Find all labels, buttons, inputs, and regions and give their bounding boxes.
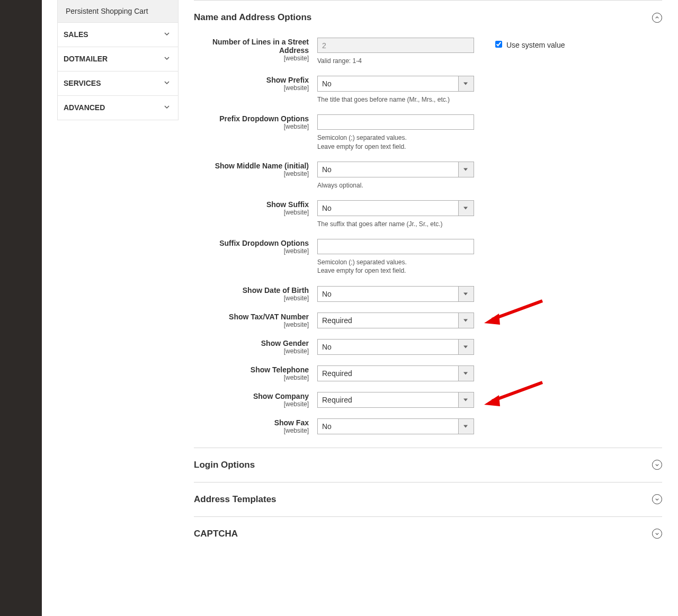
scope: [website] bbox=[194, 347, 309, 355]
sidebar-group-label: SALES bbox=[64, 30, 88, 39]
scope: [website] bbox=[194, 247, 309, 255]
chevron-down-icon bbox=[164, 55, 170, 63]
show-dob-select[interactable]: No bbox=[317, 286, 474, 302]
admin-rail bbox=[0, 0, 42, 616]
scope: [website] bbox=[194, 209, 309, 216]
section-address-templates[interactable]: Address Templates bbox=[194, 483, 662, 517]
help-text: Valid range: 1-4 bbox=[317, 53, 474, 65]
chevron-down-icon bbox=[164, 30, 170, 39]
sidebar-subitem-persistent-cart[interactable]: Persistent Shopping Cart bbox=[57, 0, 179, 23]
show-vat-select[interactable]: Required bbox=[317, 313, 474, 328]
show-gender-select[interactable]: No bbox=[317, 339, 474, 355]
sidebar-group-advanced[interactable]: ADVANCED bbox=[58, 96, 178, 120]
section-title: Address Templates bbox=[194, 494, 276, 505]
scope: [website] bbox=[194, 123, 309, 130]
use-system-value-label: Use system value bbox=[506, 41, 565, 49]
scope: [website] bbox=[194, 84, 309, 92]
label-show-middle: Show Middle Name (initial) bbox=[194, 162, 309, 170]
expand-icon bbox=[652, 529, 662, 539]
scope: [website] bbox=[194, 321, 309, 328]
section-title: Login Options bbox=[194, 460, 255, 470]
label-suffix-options: Suffix Dropdown Options bbox=[194, 239, 309, 247]
prefix-options-input[interactable] bbox=[317, 114, 474, 130]
sidebar-group-services[interactable]: SERVICES bbox=[58, 72, 178, 95]
scope: [website] bbox=[194, 374, 309, 381]
label-show-gender: Show Gender bbox=[194, 339, 309, 347]
show-suffix-select[interactable]: No bbox=[317, 200, 474, 216]
scope: [website] bbox=[194, 170, 309, 177]
label-prefix-options: Prefix Dropdown Options bbox=[194, 114, 309, 123]
collapse-icon bbox=[652, 13, 662, 23]
show-company-select[interactable]: Required bbox=[317, 392, 474, 408]
label-show-dob: Show Date of Birth bbox=[194, 286, 309, 294]
label-show-telephone: Show Telephone bbox=[194, 365, 309, 374]
sidebar-group-label: ADVANCED bbox=[64, 103, 105, 112]
label-show-suffix: Show Suffix bbox=[194, 200, 309, 209]
scope: [website] bbox=[194, 427, 309, 434]
section-title: Name and Address Options bbox=[194, 12, 311, 23]
section-title: CAPTCHA bbox=[194, 529, 238, 539]
scope: [website] bbox=[194, 400, 309, 408]
help-text: The suffix that goes after name (Jr., Sr… bbox=[317, 216, 474, 228]
sidebar-group-label: DOTMAILER bbox=[64, 55, 108, 63]
label-show-prefix: Show Prefix bbox=[194, 76, 309, 84]
sidebar-group-dotmailer[interactable]: DOTMAILER bbox=[58, 47, 178, 71]
show-fax-select[interactable]: No bbox=[317, 418, 474, 434]
chevron-down-icon bbox=[164, 103, 170, 112]
use-system-value-checkbox[interactable] bbox=[495, 41, 502, 48]
suffix-options-input[interactable] bbox=[317, 239, 474, 254]
label-num-lines: Number of Lines in a Street Address bbox=[194, 38, 309, 55]
help-text: The title that goes before name (Mr., Mr… bbox=[317, 92, 474, 104]
scope: [website] bbox=[194, 55, 309, 62]
sidebar-group-label: SERVICES bbox=[64, 79, 101, 87]
help-text: Semicolon (;) separated values. Leave em… bbox=[317, 254, 474, 275]
num-lines-input bbox=[317, 38, 474, 53]
expand-icon bbox=[652, 494, 662, 504]
show-telephone-select[interactable]: Required bbox=[317, 365, 474, 381]
label-show-fax: Show Fax bbox=[194, 418, 309, 427]
label-show-vat: Show Tax/VAT Number bbox=[194, 313, 309, 321]
scope: [website] bbox=[194, 294, 309, 302]
section-name-address[interactable]: Name and Address Options bbox=[194, 1, 662, 27]
expand-icon bbox=[652, 460, 662, 470]
help-text: Always optional. bbox=[317, 177, 474, 190]
section-captcha[interactable]: CAPTCHA bbox=[194, 517, 662, 551]
show-prefix-select[interactable]: No bbox=[317, 76, 474, 92]
help-text: Semicolon (;) separated values. Leave em… bbox=[317, 130, 474, 150]
chevron-down-icon bbox=[164, 79, 170, 87]
sidebar-group-sales[interactable]: SALES bbox=[58, 23, 178, 47]
show-middle-select[interactable]: No bbox=[317, 162, 474, 177]
section-login-options[interactable]: Login Options bbox=[194, 448, 662, 483]
label-show-company: Show Company bbox=[194, 392, 309, 400]
